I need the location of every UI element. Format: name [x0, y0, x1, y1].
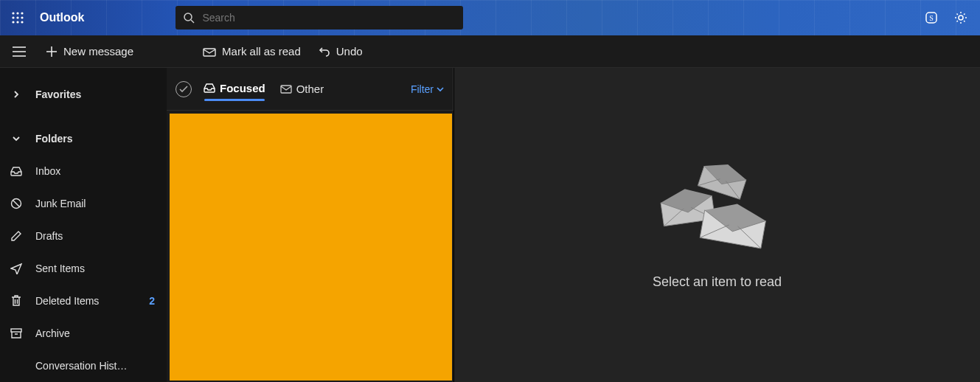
- trash-icon: [9, 295, 24, 307]
- sidebar-item-archive[interactable]: Archive: [0, 320, 167, 347]
- favorites-section[interactable]: Favorites: [0, 81, 167, 108]
- sidebar-item-label: Inbox: [35, 165, 158, 177]
- header-right-controls: S: [924, 10, 980, 25]
- command-toolbar: New message Mark all as read Undo: [0, 35, 980, 68]
- message-list-pane: Focused Other Filter: [167, 68, 454, 382]
- chevron-down-icon: [9, 134, 24, 143]
- new-message-button[interactable]: New message: [38, 41, 141, 62]
- sidebar-item-junk[interactable]: Junk Email: [0, 190, 167, 217]
- nav-toggle-button[interactable]: [3, 35, 35, 68]
- filter-label: Filter: [411, 83, 434, 95]
- mark-all-read-label: Mark all as read: [222, 45, 301, 58]
- undo-label: Undo: [336, 45, 363, 58]
- junk-icon: [9, 198, 24, 209]
- undo-button[interactable]: Undo: [311, 41, 370, 62]
- sidebar-item-deleted[interactable]: Deleted Items 2: [0, 288, 167, 314]
- select-all-toggle[interactable]: [176, 81, 192, 97]
- message-list-tabs: Focused Other Filter: [167, 68, 453, 111]
- app-header: Outlook S: [0, 0, 980, 35]
- svg-point-2: [21, 12, 23, 14]
- svg-line-21: [13, 201, 20, 207]
- tab-focused[interactable]: Focused: [201, 77, 268, 99]
- chevron-right-icon: [9, 90, 24, 99]
- svg-rect-23: [281, 86, 291, 93]
- svg-line-10: [191, 20, 194, 23]
- svg-point-1: [16, 12, 18, 14]
- sidebar-item-label: Sent Items: [35, 263, 158, 274]
- chevron-down-icon: [437, 86, 444, 92]
- sidebar-item-inbox[interactable]: Inbox: [0, 158, 167, 184]
- app-title[interactable]: Outlook: [35, 11, 102, 24]
- focused-mail-icon: [204, 83, 215, 93]
- tab-other-label: Other: [296, 83, 324, 95]
- filter-button[interactable]: Filter: [411, 83, 444, 95]
- check-icon: [179, 86, 188, 93]
- new-message-label: New message: [63, 45, 133, 58]
- undo-icon: [319, 46, 330, 58]
- hamburger-icon: [13, 46, 26, 57]
- search-input[interactable]: [202, 12, 456, 24]
- svg-point-3: [12, 16, 14, 18]
- sidebar-item-drafts[interactable]: Drafts: [0, 223, 167, 249]
- folder-sidebar: Favorites Folders Inbox Junk Email: [0, 68, 167, 382]
- tab-underline: [204, 99, 265, 101]
- svg-point-13: [959, 15, 963, 20]
- svg-point-9: [184, 13, 192, 21]
- sidebar-item-label: Deleted Items: [35, 295, 137, 307]
- sidebar-item-label: Conversation Hist…: [35, 360, 158, 372]
- svg-point-5: [21, 16, 23, 18]
- settings-icon[interactable]: [953, 10, 968, 25]
- svg-rect-19: [204, 49, 215, 56]
- svg-text:S: S: [929, 14, 934, 22]
- sidebar-item-sent[interactable]: Sent Items: [0, 255, 167, 282]
- svg-point-8: [21, 21, 23, 23]
- sidebar-item-label: Drafts: [35, 230, 158, 242]
- inbox-icon: [9, 166, 24, 176]
- svg-point-6: [12, 21, 14, 23]
- sidebar-item-count: 2: [149, 295, 158, 307]
- archive-icon: [9, 328, 24, 338]
- mail-icon: [280, 85, 292, 94]
- message-list-body[interactable]: [170, 114, 452, 381]
- search-icon: [183, 12, 195, 24]
- sidebar-item-label: Archive: [35, 327, 158, 339]
- reading-pane-empty-text: Select an item to read: [653, 274, 782, 290]
- empty-mail-illustration-icon: [658, 161, 776, 257]
- search-box[interactable]: [176, 6, 463, 29]
- svg-point-0: [12, 12, 14, 14]
- svg-point-7: [16, 21, 18, 23]
- reading-pane: Select an item to read: [454, 68, 980, 382]
- folders-section[interactable]: Folders: [0, 125, 167, 152]
- sidebar-item-conversation-history[interactable]: Conversation Hist…: [0, 353, 167, 379]
- svg-point-4: [16, 16, 18, 18]
- folders-label: Folders: [35, 133, 158, 145]
- mark-all-read-button[interactable]: Mark all as read: [195, 41, 308, 62]
- send-icon: [9, 263, 24, 274]
- skype-icon[interactable]: S: [924, 10, 939, 25]
- plus-icon: [46, 46, 58, 58]
- tab-other[interactable]: Other: [277, 78, 327, 100]
- pencil-icon: [9, 230, 24, 242]
- favorites-label: Favorites: [35, 88, 158, 100]
- sidebar-item-label: Junk Email: [35, 198, 158, 209]
- mail-open-icon: [203, 46, 216, 57]
- app-launcher-button[interactable]: [0, 0, 35, 35]
- waffle-icon: [12, 12, 24, 24]
- tab-focused-label: Focused: [220, 82, 265, 94]
- svg-rect-22: [11, 329, 21, 332]
